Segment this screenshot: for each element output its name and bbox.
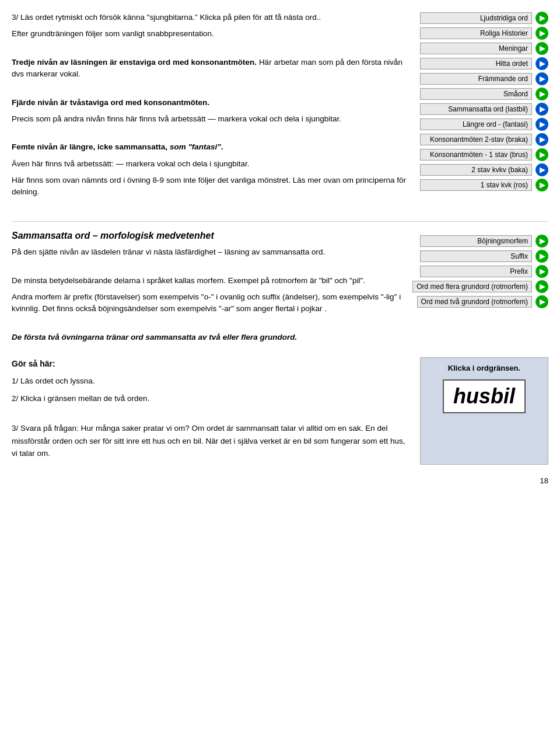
top-para5: Precis som på andra nivån finns här finn… bbox=[12, 113, 408, 125]
middle-heading: Sammansatta ord – morfologisk medvetenhe… bbox=[12, 229, 408, 243]
middle-left-text: Sammansatta ord – morfologisk medvetenhe… bbox=[12, 229, 408, 348]
top-nav-btn-5[interactable]: Småord▶ bbox=[420, 88, 548, 100]
top-nav-btn-1[interactable]: Roliga Historier▶ bbox=[420, 27, 548, 40]
top-nav-btn-arrow-9: ▶ bbox=[536, 148, 548, 161]
top-nav-btn-label-6: Sammansatta ord (lastbil) bbox=[420, 103, 532, 115]
top-nav-btn-7[interactable]: Längre ord - (fantasi)▶ bbox=[420, 118, 548, 131]
middle-nav-btn-1[interactable]: Suffix▶ bbox=[420, 250, 548, 263]
top-nav-btn-label-4: Främmande ord bbox=[420, 73, 532, 85]
middle-nav-btn-label-4: Ord med två grundord (rotmorfem) bbox=[417, 296, 532, 308]
top-section-title: Tredje nivån av läsningen är enstaviga o… bbox=[12, 57, 408, 81]
top-nav-btn-arrow-2: ▶ bbox=[536, 42, 548, 55]
page-container: 3/ Läs ordet rytmiskt och försök känna "… bbox=[12, 12, 548, 485]
gor-step2: 2/ Klicka i gränsen mellan de två orden. bbox=[12, 392, 408, 405]
top-nav-btn-11[interactable]: 1 stav kvk (ros)▶ bbox=[420, 179, 548, 191]
top-nav-btn-8[interactable]: Konsonantmöten 2-stav (braka)▶ bbox=[420, 133, 548, 146]
top-nav-btn-label-0: Ljudstridiga ord bbox=[420, 12, 532, 24]
top-nav-btn-arrow-11: ▶ bbox=[536, 179, 548, 191]
top-nav-btn-label-9: Konsonantmöten - 1 stav (brus) bbox=[420, 149, 532, 161]
top-left-text: 3/ Läs ordet rytmiskt och försök känna "… bbox=[12, 12, 408, 203]
gor-section: Gör så här: 1/ Läs ordet och lyssna. 2/ … bbox=[12, 357, 548, 465]
middle-nav-btn-2[interactable]: Prefix▶ bbox=[420, 265, 548, 278]
click-label: Klicka i ordgränsen. bbox=[448, 364, 520, 372]
middle-nav-btn-3[interactable]: Ord med flera grundord (rotmorfem)▶ bbox=[420, 280, 548, 293]
middle-nav-btn-0[interactable]: Böjningsmorfem▶ bbox=[420, 235, 548, 247]
middle-italic-bold: De första två övningarna tränar ord samm… bbox=[12, 332, 408, 343]
top-nav-btn-label-7: Längre ord - (fantasi) bbox=[420, 118, 532, 130]
top-nav-btn-label-8: Konsonantmöten 2-stav (braka) bbox=[420, 134, 532, 145]
top-para2: Efter grundträningen följer som vanligt … bbox=[12, 28, 408, 40]
divider1 bbox=[12, 221, 548, 222]
top-nav-btn-0[interactable]: Ljudstridiga ord▶ bbox=[420, 12, 548, 25]
top-nav-btn-6[interactable]: Sammansatta ord (lastbil)▶ bbox=[420, 103, 548, 116]
middle-para2: De minsta betydelsebärande delarna i spr… bbox=[12, 275, 408, 287]
top-nav-btn-10[interactable]: 2 stav kvkv (baka)▶ bbox=[420, 163, 548, 176]
top-nav-btn-2[interactable]: Meningar▶ bbox=[420, 42, 548, 55]
middle-nav-btn-arrow-4: ▶ bbox=[536, 295, 548, 308]
top-right-buttons: Ljudstridiga ord▶Roliga Historier▶Mening… bbox=[420, 12, 548, 203]
gor-left-text: Gör så här: 1/ Läs ordet och lyssna. 2/ … bbox=[12, 357, 408, 465]
top-nav-btn-arrow-5: ▶ bbox=[536, 88, 548, 100]
middle-right-buttons: Böjningsmorfem▶Suffix▶Prefix▶Ord med fle… bbox=[420, 229, 548, 348]
gor-step1: 1/ Läs ordet och lyssna. bbox=[12, 375, 408, 388]
top-nav-btn-9[interactable]: Konsonantmöten - 1 stav (brus)▶ bbox=[420, 148, 548, 161]
top-nav-btn-arrow-7: ▶ bbox=[536, 118, 548, 131]
top-para4: Fjärde nivån är tvåstaviga ord med konso… bbox=[12, 97, 408, 109]
middle-nav-btn-label-1: Suffix bbox=[420, 250, 532, 262]
gor-step3: 3/ Svara på frågan: Hur många saker prat… bbox=[12, 422, 408, 460]
top-nav-btn-label-1: Roliga Historier bbox=[420, 27, 532, 39]
top-para6: Femte nivån är längre, icke sammansatta,… bbox=[12, 141, 408, 153]
page-number: 18 bbox=[12, 476, 548, 485]
top-nav-btn-arrow-10: ▶ bbox=[536, 163, 548, 176]
top-nav-btn-label-10: 2 stav kvkv (baka) bbox=[420, 164, 532, 176]
top-nav-btn-arrow-6: ▶ bbox=[536, 103, 548, 116]
middle-section: Sammansatta ord – morfologisk medvetenhe… bbox=[12, 229, 548, 348]
top-nav-btn-arrow-4: ▶ bbox=[536, 72, 548, 85]
top-nav-btn-label-2: Meningar bbox=[420, 43, 532, 54]
middle-nav-btn-arrow-3: ▶ bbox=[536, 280, 548, 293]
top-nav-btn-label-5: Småord bbox=[420, 88, 532, 100]
top-nav-btn-4[interactable]: Främmande ord▶ bbox=[420, 72, 548, 85]
top-section: 3/ Läs ordet rytmiskt och försök känna "… bbox=[12, 12, 548, 203]
gor-right-panel: Klicka i ordgränsen. husbil bbox=[420, 357, 548, 465]
word-box[interactable]: husbil bbox=[443, 379, 526, 413]
gor-heading: Gör så här: bbox=[12, 357, 408, 370]
top-nav-btn-arrow-8: ▶ bbox=[536, 133, 548, 146]
top-nav-btn-label-11: 1 stav kvk (ros) bbox=[420, 179, 532, 191]
middle-nav-btn-arrow-1: ▶ bbox=[536, 250, 548, 263]
top-nav-btn-arrow-0: ▶ bbox=[536, 12, 548, 25]
top-para7: Även här finns två arbetssätt: — markera… bbox=[12, 158, 408, 170]
top-nav-btn-arrow-3: ▶ bbox=[536, 57, 548, 70]
top-nav-btn-label-3: Hitta ordet bbox=[420, 58, 532, 69]
middle-nav-btn-label-2: Prefix bbox=[420, 266, 532, 277]
middle-para3: Andra morfem är prefix (förstavelser) so… bbox=[12, 291, 408, 315]
top-para8: Här finns som ovan nämnts ord i övning 8… bbox=[12, 175, 408, 198]
middle-nav-btn-label-0: Böjningsmorfem bbox=[420, 235, 532, 247]
middle-nav-btn-arrow-0: ▶ bbox=[536, 235, 548, 247]
middle-para1: På den sjätte nivån av läsdelen tränar v… bbox=[12, 246, 408, 258]
top-nav-btn-3[interactable]: Hitta ordet▶ bbox=[420, 57, 548, 70]
top-para1: 3/ Läs ordet rytmiskt och försök känna "… bbox=[12, 12, 408, 23]
middle-nav-btn-arrow-2: ▶ bbox=[536, 265, 548, 278]
middle-nav-btn-4[interactable]: Ord med två grundord (rotmorfem)▶ bbox=[420, 295, 548, 308]
top-nav-btn-arrow-1: ▶ bbox=[536, 27, 548, 40]
middle-nav-btn-label-3: Ord med flera grundord (rotmorfem) bbox=[412, 281, 532, 292]
